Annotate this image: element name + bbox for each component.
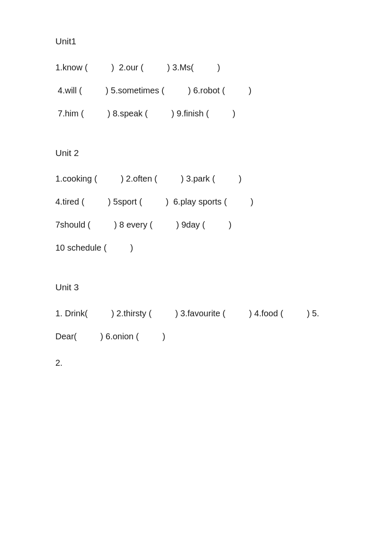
unit1-title: Unit1 (55, 34, 337, 49)
unit2-title: Unit 2 (55, 146, 337, 160)
unit3-line1: 1. Drink( ) 2.thirsty ( ) 3.favourite ( … (55, 306, 337, 320)
unit2-section: Unit 2 1.cooking ( ) 2.often ( ) 3.park … (55, 146, 337, 255)
unit3-section: Unit 3 1. Drink( ) 2.thirsty ( ) 3.favou… (55, 280, 337, 370)
unit2-line2: 4.tired ( ) 5sport ( ) 6.play sports ( ) (55, 195, 337, 208)
unit1-section: Unit1 1.know ( ) 2.our ( ) 3.Ms( ) 4.wil… (55, 34, 337, 120)
unit3-line2: Dear( ) 6.onion ( ) (55, 330, 337, 343)
unit1-line3: 7.him ( ) 8.speak ( ) 9.finish ( ) (55, 107, 337, 120)
unit2-line1: 1.cooking ( ) 2.often ( ) 3.park ( ) (55, 172, 337, 185)
unit3-extra: 2. (55, 356, 337, 370)
unit1-line2: 4.will ( ) 5.sometimes ( ) 6.robot ( ) (55, 84, 337, 97)
unit1-line1: 1.know ( ) 2.our ( ) 3.Ms( ) (55, 61, 337, 74)
unit2-line3: 7should ( ) 8 every ( ) 9day ( ) (55, 218, 337, 231)
unit2-line4: 10 schedule ( ) (55, 241, 337, 254)
page-content: Unit1 1.know ( ) 2.our ( ) 3.Ms( ) 4.wil… (55, 34, 337, 370)
unit3-title: Unit 3 (55, 280, 337, 295)
